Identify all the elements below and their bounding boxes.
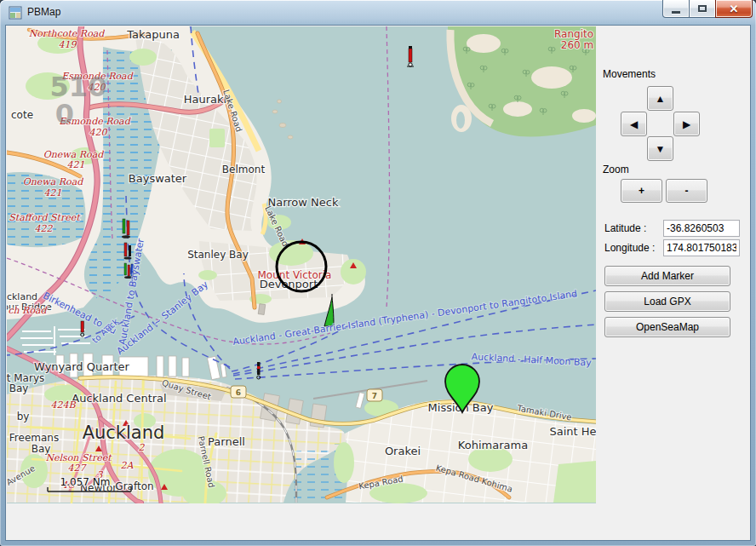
maximize-button[interactable] [690,0,715,18]
map-label: Belmont [222,164,266,175]
move-down-button[interactable]: ▼ [647,136,673,161]
openseamap-button[interactable]: OpenSeaMap [604,317,730,337]
zoom-label: Zoom [603,164,629,175]
zoom-out-button[interactable]: - [666,179,707,203]
map-label: Saint He [549,425,596,438]
movements-label: Movements [603,68,656,80]
move-up-button[interactable]: ▲ [647,86,673,111]
map-label: Grafton [115,480,153,492]
svg-text:6: 6 [236,388,241,397]
right-arrow-icon: ▶ [683,118,690,130]
map-label: Auckland Central [72,392,166,405]
maximize-icon [698,5,707,12]
close-button[interactable]: ✕ [715,0,753,18]
app-icon [9,6,22,20]
map-label: Mount Victoria [258,269,332,281]
map-label: Narrow Neck [268,196,339,209]
map-label: Bayswater [129,172,187,185]
minimize-button[interactable] [662,0,690,18]
window-controls: ✕ [662,0,753,19]
map-label: Auckland [83,422,165,443]
minimize-icon [672,11,680,14]
map-label: 421 [67,159,85,170]
map-label: Wynyard Quarter [34,360,130,373]
map-label: Stanley Bay [187,249,249,261]
map-label: 1.057 Nm [60,476,111,488]
map-label: 0 [55,98,74,130]
map-label: 427 [68,463,88,474]
road-shield: 7 [367,389,382,401]
add-marker-button[interactable]: Add Marker [604,266,730,286]
longitude-label: Longitude : [604,242,655,254]
map-canvas[interactable]: 67 TakapunaHaurakiBelmontBayswaterNarrow… [7,26,596,503]
load-gpx-button[interactable]: Load GPX [604,291,730,312]
latitude-label: Latitude : [604,222,646,234]
move-left-button[interactable]: ◀ [621,112,647,136]
map-label: Parnell [208,435,245,448]
map-label: cote [11,109,33,121]
map-label: Stafford Street [9,212,81,223]
latitude-input[interactable] [663,220,740,237]
map-label: 260 m [561,39,593,51]
map-label: Northcote Road [29,28,106,39]
move-right-button[interactable]: ▶ [673,112,700,136]
map-label: 421 [44,187,62,198]
map-label: 419 [59,39,77,50]
map-label: 422 [35,223,54,234]
map-label: 2 [139,442,146,453]
map-label: Kohimarama [458,439,528,451]
svg-text:7: 7 [372,392,377,400]
map-label: 420 [89,127,108,138]
zoom-in-button[interactable]: + [621,179,662,203]
map-label: 2A [121,460,135,471]
app-window: PBMap ✕ [0,0,756,546]
map-label: Onewa Road [23,176,84,187]
longitude-input[interactable] [663,239,740,256]
map-label: Takapuna [126,28,180,41]
up-arrow-icon: ▲ [656,93,666,105]
down-arrow-icon: ▼ [656,143,666,155]
map-label: by [17,411,30,422]
road-shield: 6 [231,386,246,398]
map-label: 424B [50,399,76,411]
map-label: Hauraki [184,93,226,106]
map-label: Bay [9,382,29,394]
map-label: Freemans [9,432,59,444]
title-bar[interactable]: PBMap ✕ [0,0,756,26]
window-title: PBMap [27,6,60,18]
map-label: ch Road [8,305,47,316]
left-arrow-icon: ◀ [630,118,638,130]
map-label: Rangito [554,28,593,40]
map-label: Orakei [385,445,421,457]
close-icon: ✕ [730,3,739,14]
